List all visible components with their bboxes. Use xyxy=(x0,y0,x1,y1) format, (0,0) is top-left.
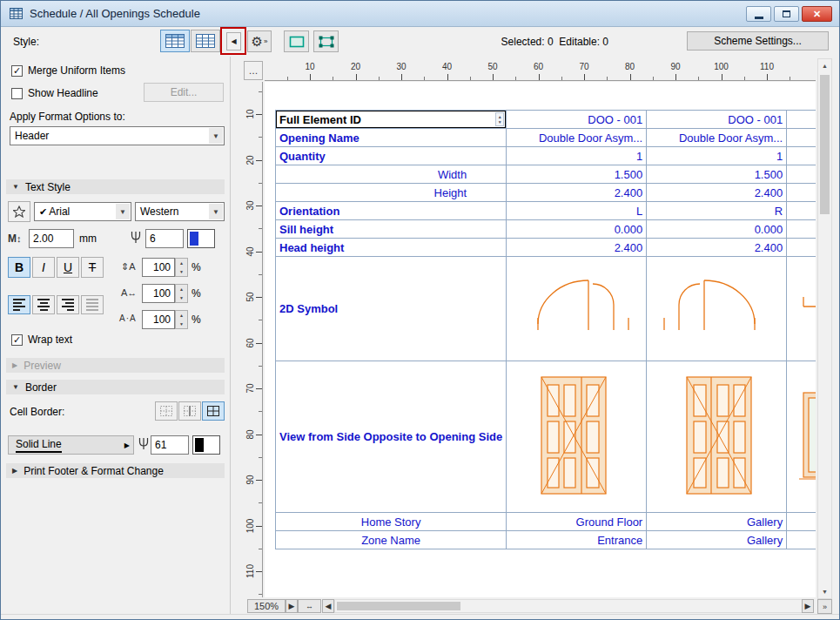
cell-2d-symbol[interactable] xyxy=(507,257,647,361)
italic-button[interactable]: I xyxy=(32,257,55,278)
border-all-button[interactable] xyxy=(202,401,225,421)
row-label[interactable]: Head height xyxy=(276,239,507,257)
cell-value[interactable]: Gallery xyxy=(647,531,787,549)
sort-widget[interactable]: ▲▼ xyxy=(495,112,504,126)
cell-value[interactable]: DOO - 002 xyxy=(787,111,816,129)
cell-side-view[interactable] xyxy=(507,361,647,513)
char-width-stepper[interactable]: ▲▼ xyxy=(175,284,188,303)
scroll-right-icon[interactable]: ▶ xyxy=(802,599,814,613)
cell-value[interactable]: Sliding Door 19 xyxy=(787,129,816,147)
cell-value[interactable]: Double Door Asym... xyxy=(507,129,647,147)
cell-value[interactable]: 3.000 xyxy=(787,165,816,184)
cell-value[interactable]: L xyxy=(507,202,647,220)
select-area-button[interactable] xyxy=(284,30,309,52)
cell-2d-symbol[interactable] xyxy=(787,257,816,361)
titlebar[interactable]: Schedule / All Openings Schedule ✕ xyxy=(1,1,839,27)
line-type-select[interactable]: Solid Line ▶ xyxy=(8,435,134,455)
row-label[interactable]: Orientation xyxy=(276,202,507,220)
settings-flyout-button[interactable]: ⚙ » xyxy=(247,30,272,52)
edit-headline-button[interactable]: Edit... xyxy=(144,83,224,102)
preview-section-header[interactable]: ▶ Preview xyxy=(6,358,225,373)
row-label[interactable]: Full Element ID ▲▼ xyxy=(276,111,507,129)
cell-value[interactable]: 1.500 xyxy=(647,165,787,184)
cell-side-view[interactable] xyxy=(647,361,787,513)
cell-value[interactable]: 2.400 xyxy=(647,239,787,257)
cell-value[interactable]: L xyxy=(787,202,816,220)
cell-value[interactable]: Double Door Asym... xyxy=(647,129,787,147)
wrap-text-checkbox[interactable]: ✓ Wrap text xyxy=(11,334,72,346)
vertical-scrollbar[interactable]: ▲ ▼ xyxy=(817,58,832,599)
cell-value[interactable]: Ground Floor xyxy=(787,513,816,531)
fit-width-button[interactable]: ↔ xyxy=(298,599,321,613)
cell-value[interactable]: 1 xyxy=(507,147,647,165)
row-label[interactable]: Sill height xyxy=(276,220,507,239)
row-label[interactable]: Width xyxy=(276,165,507,184)
row-label[interactable]: Zone Name xyxy=(276,531,507,549)
strikethrough-button[interactable]: T xyxy=(81,257,104,278)
favorites-button[interactable] xyxy=(8,201,30,222)
cell-value[interactable]: 2.400 xyxy=(787,239,816,257)
border-section-header[interactable]: ▼ Border xyxy=(6,380,225,394)
cell-value[interactable]: DOO - 001 xyxy=(507,111,647,129)
align-justify-button[interactable] xyxy=(81,295,104,314)
apply-format-select[interactable]: Header ▼ xyxy=(10,126,225,145)
border-none-button[interactable] xyxy=(155,401,178,421)
vertical-scroll-thumb[interactable] xyxy=(820,75,830,214)
cell-side-view[interactable] xyxy=(787,361,816,513)
cell-value[interactable]: DOO - 001 xyxy=(647,111,787,129)
char-spacing-field[interactable] xyxy=(142,310,175,329)
close-button[interactable]: ✕ xyxy=(802,6,832,22)
line-spacing-stepper[interactable]: ▲▼ xyxy=(175,258,188,277)
merge-uniform-checkbox[interactable]: ✓ Merge Uniform Items xyxy=(11,64,125,77)
text-pen-color-button[interactable] xyxy=(187,229,215,248)
line-spacing-field[interactable] xyxy=(142,258,175,277)
cell-value[interactable]: 2.400 xyxy=(507,239,647,257)
print-footer-section-header[interactable]: ▶ Print Footer & Format Change xyxy=(6,463,225,478)
font-script-select[interactable]: Western ▼ xyxy=(135,202,225,221)
row-label[interactable]: Quantity xyxy=(276,147,507,165)
horizontal-scroll-thumb[interactable] xyxy=(337,602,460,610)
row-label[interactable]: 2D Symbol xyxy=(276,257,507,361)
cell-value[interactable]: Exhibition space xyxy=(787,531,816,549)
scheme-settings-button[interactable]: Scheme Settings... xyxy=(687,31,829,51)
char-width-field[interactable] xyxy=(142,284,175,303)
text-pen-field[interactable] xyxy=(145,229,184,248)
border-inner-button[interactable] xyxy=(178,401,201,421)
select-handles-button[interactable] xyxy=(313,30,339,52)
cell-value[interactable]: 0.000 xyxy=(647,220,787,239)
cell-value[interactable]: 1 xyxy=(787,147,816,165)
zoom-level-button[interactable]: 150% xyxy=(247,599,286,613)
cell-value[interactable]: Ground Floor xyxy=(507,513,647,531)
pane-divider-button[interactable]: » xyxy=(817,599,832,614)
underline-button[interactable]: U xyxy=(57,257,79,278)
row-label[interactable]: Opening Name xyxy=(276,129,507,147)
row-label[interactable]: Home Story xyxy=(276,513,507,531)
row-label[interactable]: Height xyxy=(276,184,507,202)
bold-button[interactable]: B xyxy=(8,257,30,278)
minimize-button[interactable] xyxy=(746,6,771,22)
scroll-down-icon[interactable]: ▼ xyxy=(818,585,831,598)
schedule-canvas[interactable]: Full Element ID ▲▼ DOO - 001 DOO - 001 D… xyxy=(265,82,816,597)
align-center-button[interactable] xyxy=(32,295,55,314)
cell-value[interactable]: R xyxy=(647,202,787,220)
style-grid-colored-button[interactable] xyxy=(160,30,190,52)
zoom-flyout-button[interactable]: ▶ xyxy=(286,599,298,613)
border-pen-field[interactable] xyxy=(151,435,189,455)
style-grid-plain-button[interactable] xyxy=(191,30,220,52)
cell-value[interactable]: 2.400 xyxy=(647,184,787,202)
align-right-button[interactable] xyxy=(57,295,79,314)
show-headline-checkbox[interactable]: Show Headline xyxy=(11,87,98,99)
cell-value[interactable]: 2.400 xyxy=(507,184,647,202)
cell-2d-symbol[interactable] xyxy=(647,257,787,361)
cell-value[interactable]: 1.500 xyxy=(507,165,647,184)
cell-value[interactable]: Gallery xyxy=(647,513,787,531)
ruler-corner-button[interactable]: … xyxy=(244,61,263,80)
cell-value[interactable]: 1 xyxy=(647,147,787,165)
scroll-left-icon[interactable]: ◀ xyxy=(322,599,334,613)
maximize-button[interactable] xyxy=(774,6,799,22)
cell-value[interactable]: 0.000 xyxy=(507,220,647,239)
text-style-section-header[interactable]: ▼ Text Style xyxy=(6,179,225,194)
align-left-button[interactable] xyxy=(8,295,30,314)
border-pen-color-button[interactable] xyxy=(192,435,220,455)
font-size-field[interactable] xyxy=(29,229,74,248)
